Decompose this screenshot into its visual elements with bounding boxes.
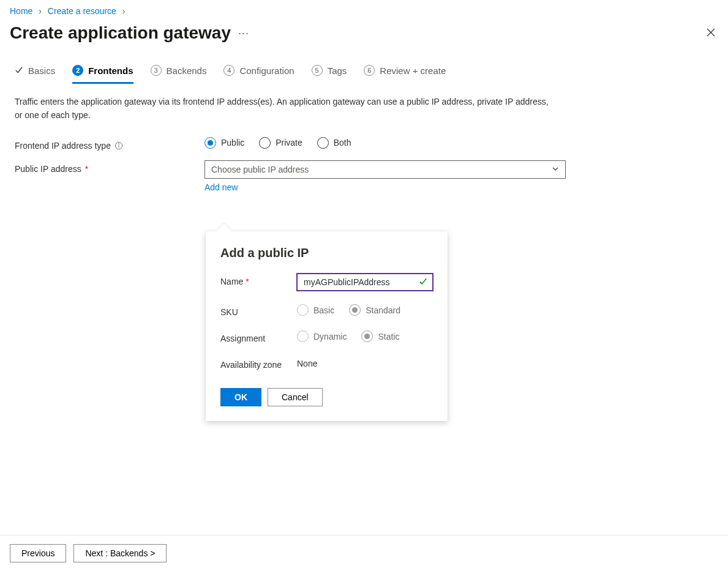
- tab-label: Review + create: [380, 65, 446, 76]
- previous-button[interactable]: Previous: [10, 544, 66, 562]
- radio-icon: [297, 304, 309, 316]
- page-title: Create application gateway: [10, 23, 231, 43]
- radio-label: Standard: [366, 305, 400, 315]
- intro-text: Traffic enters the application gateway v…: [15, 95, 554, 122]
- tab-label: Tags: [328, 65, 347, 76]
- radio-icon: [349, 304, 361, 316]
- radio-icon: [317, 137, 329, 149]
- name-label: Name *: [220, 274, 297, 286]
- assignment-label: Assignment: [220, 330, 297, 343]
- radio-icon: [205, 137, 216, 149]
- radio-label: Public: [221, 138, 244, 147]
- tab-configuration[interactable]: 4 Configuration: [223, 65, 294, 84]
- tab-tags[interactable]: 5 Tags: [312, 65, 347, 84]
- chevron-down-icon: [552, 165, 559, 174]
- wizard-footer: Previous Next : Backends >: [0, 535, 728, 571]
- add-new-link[interactable]: Add new: [205, 182, 238, 192]
- cancel-button[interactable]: Cancel: [268, 388, 323, 406]
- more-button[interactable]: ···: [238, 27, 249, 40]
- popover-title: Add a public IP: [220, 246, 433, 260]
- step-number-icon: 4: [223, 65, 235, 76]
- tab-backends[interactable]: 3 Backends: [151, 65, 207, 84]
- next-button[interactable]: Next : Backends >: [73, 544, 167, 562]
- radio-public[interactable]: Public: [205, 137, 244, 149]
- radio-icon: [259, 137, 271, 149]
- radio-label: Basic: [313, 305, 334, 315]
- tab-label: Basics: [28, 65, 55, 76]
- radio-label: Private: [276, 138, 302, 147]
- radio-label: Static: [378, 332, 399, 341]
- add-public-ip-popover: Add a public IP Name * myAGPublicIPAddre…: [206, 231, 448, 421]
- availability-zone-value: None: [297, 357, 433, 368]
- breadcrumb: Home › Create a resource ›: [0, 0, 728, 16]
- frontend-ip-type-radio-group: Public Private Both: [205, 137, 566, 149]
- frontend-ip-type-label: Frontend IP address type: [15, 137, 205, 151]
- chevron-right-icon: ›: [122, 6, 126, 16]
- radio-private[interactable]: Private: [259, 137, 302, 149]
- sku-label: SKU: [220, 304, 297, 317]
- radio-sku-basic: Basic: [297, 304, 334, 316]
- radio-icon: [361, 330, 373, 342]
- radio-label: Dynamic: [313, 332, 347, 341]
- valid-check-icon: [419, 277, 427, 288]
- breadcrumb-home[interactable]: Home: [10, 6, 32, 16]
- breadcrumb-create-resource[interactable]: Create a resource: [48, 6, 116, 16]
- ok-button[interactable]: OK: [220, 388, 261, 406]
- checkmark-icon: [15, 65, 23, 76]
- close-icon: [706, 30, 716, 39]
- radio-assign-dynamic: Dynamic: [297, 330, 347, 342]
- tab-frontends[interactable]: 2 Frontends: [72, 65, 133, 84]
- input-value: myAGPublicIPAddress: [304, 277, 390, 287]
- svg-point-4: [118, 143, 119, 144]
- name-input[interactable]: myAGPublicIPAddress: [297, 274, 433, 291]
- tab-label: Configuration: [239, 65, 294, 76]
- wizard-tabs: Basics 2 Frontends 3 Backends 4 Configur…: [0, 55, 728, 84]
- radio-icon: [297, 330, 309, 342]
- radio-sku-standard: Standard: [349, 304, 400, 316]
- step-number-icon: 3: [151, 65, 162, 76]
- step-number-icon: 6: [364, 65, 375, 76]
- step-number-icon: 2: [72, 65, 83, 76]
- close-button[interactable]: [704, 25, 718, 42]
- radio-both[interactable]: Both: [317, 137, 351, 149]
- tab-basics[interactable]: Basics: [15, 65, 55, 84]
- public-ip-dropdown[interactable]: Choose public IP address: [205, 160, 566, 179]
- tab-review-create[interactable]: 6 Review + create: [364, 65, 446, 84]
- dropdown-placeholder: Choose public IP address: [211, 165, 309, 174]
- availability-zone-label: Availability zone: [220, 357, 297, 370]
- info-icon[interactable]: [114, 141, 123, 150]
- tab-label: Backends: [167, 65, 207, 76]
- step-number-icon: 5: [312, 65, 323, 76]
- radio-assign-static: Static: [361, 330, 399, 342]
- tab-label: Frontends: [88, 65, 133, 76]
- chevron-right-icon: ›: [39, 6, 42, 16]
- radio-label: Both: [334, 138, 351, 147]
- public-ip-label: Public IP address *: [15, 160, 205, 174]
